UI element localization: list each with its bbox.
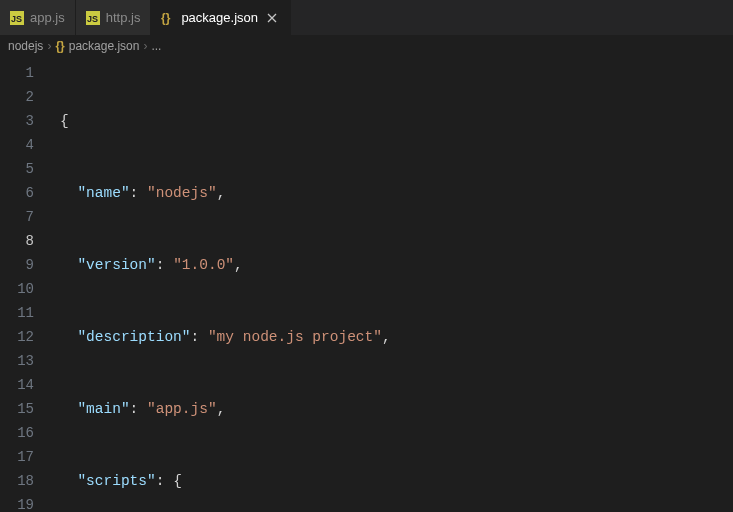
breadcrumb-ellipsis: ... [151,39,161,53]
svg-text:{}: {} [161,11,171,25]
tab-packagejson[interactable]: {} package.json [151,0,291,35]
code-editor[interactable]: 1234 5678 9101112 13141516 171819 { "nam… [0,57,733,512]
tab-appjs[interactable]: JS app.js [0,0,76,35]
tab-bar: JS app.js JS http.js {} package.json [0,0,733,35]
code-line: "version": "1.0.0", [60,253,733,277]
json-file-icon: {} [161,11,175,25]
tab-label: app.js [30,10,65,25]
code-content[interactable]: { "name": "nodejs", "version": "1.0.0", … [52,57,733,512]
json-file-icon: {} [55,39,64,53]
chevron-right-icon: › [47,39,51,53]
line-number-gutter: 1234 5678 9101112 13141516 171819 [0,57,52,512]
code-line: "scripts": { [60,469,733,493]
js-file-icon: JS [86,11,100,25]
breadcrumb-file: package.json [69,39,140,53]
svg-text:JS: JS [11,14,22,24]
svg-text:JS: JS [87,14,98,24]
tab-httpjs[interactable]: JS http.js [76,0,152,35]
close-icon[interactable] [264,10,280,26]
code-line: "name": "nodejs", [60,181,733,205]
chevron-right-icon: › [143,39,147,53]
code-line: "main": "app.js", [60,397,733,421]
tab-label: http.js [106,10,141,25]
tab-label: package.json [181,10,258,25]
code-line: { [60,109,733,133]
js-file-icon: JS [10,11,24,25]
code-line: "description": "my node.js project", [60,325,733,349]
breadcrumb-folder: nodejs [8,39,43,53]
breadcrumb[interactable]: nodejs › {} package.json › ... [0,35,733,57]
